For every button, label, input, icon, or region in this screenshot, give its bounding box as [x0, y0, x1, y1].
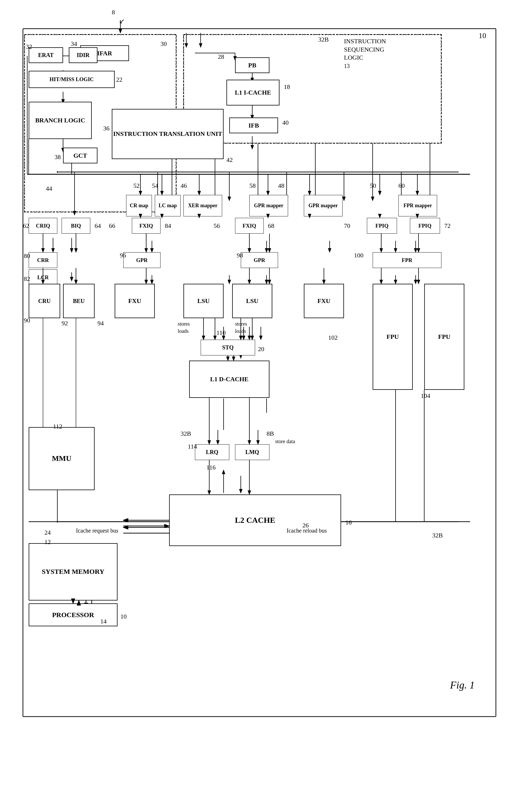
ref-32B: 32B [318, 36, 329, 43]
ref-52: 52 [133, 182, 139, 189]
ref-114: 114 [188, 443, 197, 450]
ref-84: 84 [165, 222, 171, 230]
icache-request-label: Icache request bus [76, 528, 118, 534]
lcmap-box: LC map [155, 195, 180, 216]
gct-box: GCT [63, 148, 97, 164]
criq-box: CRIQ [28, 218, 57, 234]
lrq-box: LRQ [195, 444, 229, 460]
ref-32B-right: 32B [432, 532, 443, 539]
figure-label: Fig. 1 [450, 679, 475, 691]
l1-dcache-box: L1 D-CACHE [189, 361, 269, 398]
ref-38: 38 [55, 153, 61, 161]
fpu2-box: FPU [424, 284, 464, 390]
l1-icache-box: L1 I-CACHE [226, 80, 280, 106]
ref-66: 66 [109, 222, 115, 230]
ref-50: 50 [370, 182, 376, 189]
ref-100: 100 [354, 252, 363, 259]
ref-32B-bot: 32B [180, 430, 191, 437]
ref-24: 24 [44, 529, 51, 536]
ref-90: 90 [24, 317, 30, 324]
ref-28: 28 [218, 53, 224, 60]
ref-8B: 8B [267, 430, 274, 437]
fxiq1-box: FXIQ [132, 218, 160, 234]
loads2-label: loads [235, 328, 246, 334]
store-data-label: store data [275, 439, 295, 445]
xermapper-box: XER mapper [184, 195, 222, 216]
ref-10-outer: 10 [479, 32, 486, 40]
mmu-box: MMU [28, 427, 95, 490]
ref-48: 48 [278, 182, 284, 189]
ref-30: 30 [160, 40, 167, 47]
pb-box: PB [235, 57, 269, 73]
ifb-box: IFB [229, 117, 278, 133]
ref-46: 46 [180, 182, 187, 189]
fxiq2-box: FXIQ [235, 218, 264, 234]
fxu1-box: FXU [115, 284, 155, 318]
crr-box: CRR [28, 252, 57, 268]
arrow-8: ↙ [119, 17, 125, 25]
gprmapper2-box: GPR mapper [304, 195, 343, 216]
ref-42: 42 [226, 156, 233, 164]
ref-36: 36 [103, 125, 110, 132]
ref-62: 62 [23, 222, 29, 230]
idir-box: IDIR [69, 47, 97, 63]
ref-70: 70 [344, 222, 350, 230]
gpr1-box: GPR [123, 252, 160, 268]
gprmapper1-box: GPR mapper [249, 195, 288, 216]
ref-110: 110 [216, 329, 226, 337]
ref-14: 14 [100, 618, 107, 625]
beu-box: BEU [63, 284, 95, 318]
loads1-label: loads [178, 328, 189, 334]
itu-box: INSTRUCTION TRANSLATION UNIT [112, 109, 224, 159]
ref-18: 18 [284, 83, 290, 91]
branch-logic-box: BRANCH LOGIC [28, 102, 92, 139]
fpu1-box: FPU [373, 284, 413, 390]
stores2-label: stores [235, 321, 247, 327]
ref-34: 34 [71, 40, 77, 47]
ref-20: 20 [258, 345, 264, 353]
ref-104: 104 [421, 392, 430, 400]
ref-68: 68 [268, 222, 274, 230]
ref-82: 82 [24, 275, 30, 283]
ref-26: 26 [302, 522, 309, 529]
ref-96: 96 [120, 252, 126, 259]
ref-64: 64 [95, 222, 101, 230]
system-memory-box: SYSTEM MEMORY [28, 543, 117, 601]
gpr2-box: GPR [241, 252, 278, 268]
ref-22: 22 [116, 76, 122, 83]
fprmapper-box: FPR mapper [398, 195, 437, 216]
ref-40: 40 [282, 119, 289, 127]
ref-44: 44 [46, 185, 52, 192]
ref-8: 8 [112, 8, 115, 16]
ref-80: 80 [24, 252, 30, 260]
biq-box: BIQ [62, 218, 90, 234]
fxu2-box: FXU [304, 284, 344, 318]
stq-box: STQ [201, 340, 255, 356]
fpiq2-box: FPIQ [410, 218, 440, 234]
ref-60: 60 [398, 182, 405, 189]
diagram-container: 8 ↙ 10 INSTRUCTIONSEQUENCINGLOGIC13 IFAR… [0, 0, 532, 800]
ref-102: 102 [328, 334, 338, 341]
fpiq1-box: FPIQ [367, 218, 397, 234]
ref-16: 16 [345, 519, 352, 526]
fpr-box: FPR [373, 252, 441, 268]
ref-72: 72 [444, 222, 451, 230]
erat-box: ERAT [28, 47, 63, 63]
ref-98: 98 [237, 252, 243, 259]
ref-116: 116 [206, 464, 215, 471]
lsu2-box: LSU [232, 284, 272, 318]
ref-92: 92 [62, 320, 68, 327]
cru-box: CRU [28, 284, 60, 318]
instruction-sequencing-label: INSTRUCTIONSEQUENCINGLOGIC13 [344, 37, 386, 70]
ref-54: 54 [152, 182, 158, 189]
ref-94: 94 [97, 320, 104, 327]
crmap-box: CR map [126, 195, 152, 216]
l2-cache-box: L2 CACHE [169, 494, 341, 546]
stores1-label: stores [178, 321, 190, 327]
ref-32: 32 [26, 43, 32, 51]
lsu1-box: LSU [184, 284, 224, 318]
ref-56: 56 [213, 222, 220, 230]
ref-12: 12 [44, 538, 51, 546]
lcr-box: LCR [28, 269, 57, 285]
ref-58: 58 [249, 182, 256, 189]
